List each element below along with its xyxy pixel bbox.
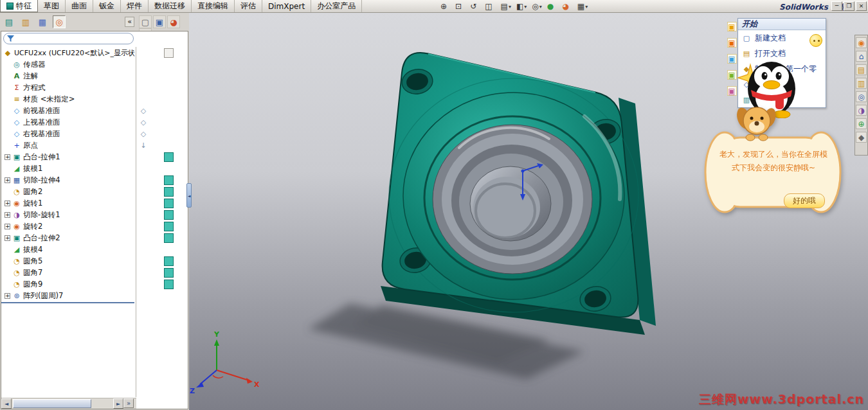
featuremanager-tree-tab-icon[interactable]: ▤ [3, 15, 15, 28]
tree-item[interactable]: + ◇ 前视基准面 [1, 105, 136, 116]
qq-launcher-icon[interactable]: ▣ [727, 38, 737, 48]
graphics-viewport[interactable]: Y X Z 开始 ▢ 新建文档 [189, 13, 868, 410]
display-style-icon[interactable]: ◧▾ [514, 1, 529, 12]
home-icon[interactable]: ⌂ [856, 51, 867, 62]
view-orientation-icon[interactable]: ▤▾ [499, 1, 513, 12]
appearance-sphere-icon[interactable]: ◕ [167, 15, 180, 28]
scroll-right-arrow[interactable]: ► [113, 398, 123, 409]
ribbon-tab[interactable]: 办公室产品 [311, 0, 362, 12]
appearances-scenes-icon[interactable]: ⊕ [856, 118, 867, 129]
custom-properties-icon[interactable]: ◆ [856, 132, 867, 143]
dimxpertmanager-tab-icon[interactable]: ◎ [53, 15, 66, 28]
bearing-insert[interactable] [433, 125, 592, 274]
design-library-icon[interactable]: ▤ [856, 64, 867, 75]
feature-color-swatch[interactable] [164, 175, 174, 185]
minimize-button[interactable]: ─ [831, 1, 842, 11]
tree-item[interactable]: + ◢ 拔模1 [1, 163, 136, 174]
edit-part-icon[interactable]: ▣ [153, 15, 166, 28]
qq-launcher-icon[interactable]: ▣ [727, 54, 737, 64]
expand-toggle-icon[interactable]: + [5, 235, 10, 241]
tree-item-label: 传感器 [23, 60, 46, 69]
ribbon-tab[interactable]: 焊件 [121, 0, 149, 12]
tree-item[interactable]: + ◉ 旋转2 [1, 220, 136, 232]
collapse-panel-button[interactable]: « [125, 17, 134, 27]
restore-button[interactable]: ❐ [844, 1, 854, 11]
feature-color-swatch[interactable] [164, 256, 174, 266]
qq-launcher-icon[interactable]: ▣ [727, 22, 737, 31]
view-palette-icon[interactable]: ◑ [856, 105, 867, 116]
display-pane-row [137, 255, 188, 267]
tree-item[interactable]: + ◑ 切除-旋转1 [1, 209, 136, 220]
feature-color-swatch[interactable] [164, 210, 174, 220]
ribbon-tab[interactable]: 数据迁移 [149, 0, 192, 12]
tree-item[interactable]: + ◔ 圆角2 [1, 186, 136, 197]
expand-toggle-icon[interactable]: + [5, 154, 10, 160]
ribbon-tab[interactable]: 钣金 [93, 0, 121, 12]
tree-item[interactable]: + ◔ 圆角9 [1, 278, 136, 290]
scene-icon[interactable]: ▦▾ [575, 1, 590, 12]
ribbon-tab[interactable]: DimXpert [262, 0, 311, 12]
scrollbar-thumb[interactable] [13, 399, 91, 408]
bubble-ok-button[interactable]: 好的哦 [784, 193, 825, 208]
tree-filter-input[interactable] [17, 35, 130, 42]
ribbon-tab[interactable]: 特征 [0, 0, 38, 12]
feature-color-swatch[interactable] [164, 280, 174, 289]
tree-root-item[interactable]: ◆ UCFU2xx (UCFU220<默认>_显示状 [1, 47, 136, 58]
tree-item[interactable]: + A 注解 [1, 70, 136, 82]
expand-toggle-icon[interactable]: + [5, 212, 10, 218]
section-view-icon[interactable]: ◫▾ [483, 1, 497, 12]
ribbon-tab[interactable]: 曲面 [66, 0, 93, 12]
tree-item[interactable]: + ◎ 传感器 [1, 58, 136, 70]
search-icon[interactable]: ◎ [856, 91, 867, 102]
hide-show-items-icon[interactable]: ◎▾ [530, 1, 544, 12]
display-pane-row [137, 278, 188, 290]
edit-sketch-icon[interactable]: ▢ [139, 15, 152, 28]
tree-item[interactable]: + + 原点 [1, 139, 136, 151]
previous-view-icon[interactable]: ↺▾ [468, 1, 482, 12]
boss-extrude-icon: ▣ [12, 152, 21, 161]
feature-color-swatch[interactable] [164, 152, 174, 162]
feature-color-swatch[interactable] [164, 233, 174, 243]
file-explorer-icon[interactable]: ▥ [856, 78, 867, 89]
feature-color-swatch[interactable] [164, 222, 174, 231]
expand-toggle-icon[interactable]: + [5, 224, 10, 229]
tree-item-label: 注解 [23, 71, 38, 81]
tree-item[interactable]: + ▦ 切除-拉伸4 [1, 174, 136, 186]
tree-filter-box[interactable] [3, 33, 134, 44]
task-pane-pin-icon[interactable]: ◉ [856, 37, 867, 48]
configurationmanager-tab-icon[interactable]: ▦ [36, 15, 49, 28]
tree-item[interactable]: + ◢ 拔模4 [1, 244, 136, 255]
tree-item[interactable]: + ▣ 凸台-拉伸1 [1, 151, 136, 163]
ribbon-tab[interactable]: 草图 [38, 0, 66, 12]
tree-item[interactable]: + ◇ 上视基准面 [1, 116, 136, 128]
qq-pet-speech-bubble: 老大，发现了么，当你在全屏模式下我会变的很安静哦~ 好的哦 [701, 121, 844, 224]
panel-splitter-handle[interactable]: ◄ [186, 183, 192, 208]
expand-toggle-icon[interactable]: + [5, 293, 10, 299]
qq-pet-dog[interactable] [731, 102, 782, 143]
shadows-view-icon[interactable]: ●▾ [545, 1, 559, 12]
tree-item[interactable]: + Σ 方程式 [1, 82, 136, 93]
feature-color-swatch[interactable] [164, 268, 174, 278]
tree-item[interactable]: + ◇ 右视基准面 [1, 128, 136, 139]
tree-item[interactable]: + ⊛ 阵列(圆周)7 [1, 290, 136, 301]
ribbon-tab[interactable]: 评估 [235, 0, 262, 12]
tree-item-label: 圆角2 [23, 187, 42, 197]
expand-pane-button[interactable]: » [123, 398, 134, 408]
expand-toggle-icon[interactable]: + [5, 177, 10, 183]
ribbon-tab[interactable]: 直接编辑 [192, 0, 235, 12]
expand-toggle-icon[interactable]: + [5, 201, 10, 206]
zoom-in-icon[interactable]: ⊕▾ [439, 1, 452, 12]
tree-horizontal-scrollbar[interactable]: ◄ ► [1, 398, 136, 409]
feature-color-swatch[interactable] [164, 199, 174, 208]
feature-color-swatch[interactable] [164, 187, 174, 197]
zoom-to-fit-icon[interactable]: ⊡▾ [453, 1, 467, 12]
appearances-icon[interactable]: ◕▾ [560, 1, 574, 12]
close-button[interactable]: × [856, 1, 867, 11]
propertymanager-tab-icon[interactable]: ▥ [19, 15, 32, 28]
tree-item[interactable]: + ◉ 旋转1 [1, 197, 136, 209]
scroll-left-arrow[interactable]: ◄ [1, 398, 12, 409]
tree-item[interactable]: + ≡ 材质 <未指定> [1, 93, 136, 105]
tree-item[interactable]: + ◔ 圆角5 [1, 255, 136, 267]
tree-item[interactable]: + ▣ 凸台-拉伸2 [1, 232, 136, 244]
tree-item[interactable]: + ◔ 圆角7 [1, 267, 136, 278]
